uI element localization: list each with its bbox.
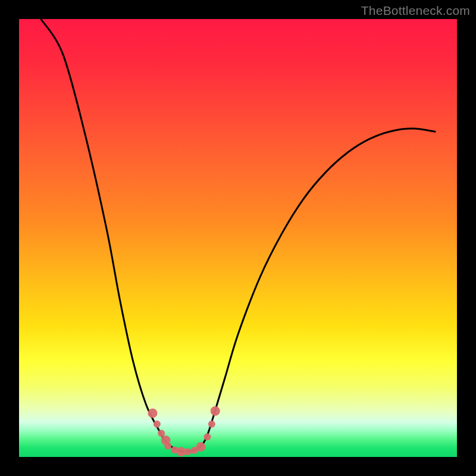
curve-marker [154,421,161,428]
curve-marker [148,408,157,418]
curve-left-arm [41,19,186,452]
curve-right-arm [186,129,436,452]
watermark-text: TheBottleneck.com [361,4,470,18]
chart-curves-layer [19,19,457,457]
curve-marker [158,430,165,437]
curve-marker [184,448,191,455]
chart-plot-area [19,19,457,457]
curve-marker [196,442,205,452]
curve-marker [164,443,171,450]
chart-stage: TheBottleneck.com [0,0,476,476]
curve-marker [203,433,211,440]
curve-marker [208,421,215,428]
curve-marker [211,406,220,416]
